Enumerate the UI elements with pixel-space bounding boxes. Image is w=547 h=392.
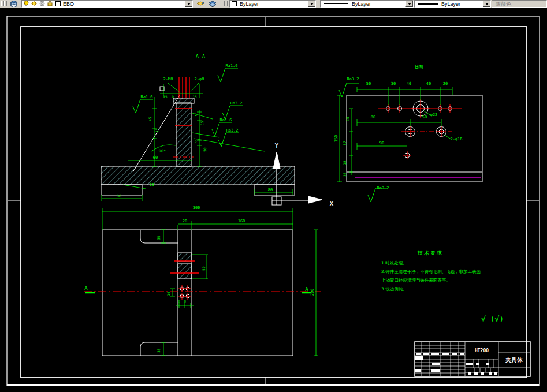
dimension-label: 35 bbox=[345, 117, 349, 121]
linetype-combo[interactable]: ByLayer bbox=[320, 0, 414, 8]
lineweight-value: ByLayer bbox=[441, 1, 460, 7]
dimension-label: 14 bbox=[166, 292, 170, 296]
left-foot bbox=[102, 185, 142, 195]
layer-previous-button[interactable] bbox=[207, 0, 218, 7]
roughness-label: Ra3.2 bbox=[226, 128, 238, 133]
make-object-layer-current-icon bbox=[197, 1, 204, 7]
column-strip bbox=[178, 230, 192, 356]
layer-combo-dropdown[interactable] bbox=[185, 1, 192, 7]
title-block: HT200 夹具体 bbox=[415, 342, 530, 376]
plot-style-combo: 随颜色 bbox=[492, 0, 547, 8]
dimension-lines bbox=[337, 87, 452, 182]
part-name-label: 夹具体 bbox=[505, 357, 523, 363]
hatched-feature bbox=[178, 253, 192, 262]
hole-callout: 2-φ8 bbox=[195, 77, 204, 81]
ucs-y-label: Y bbox=[274, 141, 279, 150]
lock-icon[interactable] bbox=[47, 1, 53, 8]
dimension-label: 20 bbox=[183, 219, 187, 223]
dimension-label: 2 bbox=[195, 140, 197, 144]
dimension-label: 15 bbox=[155, 128, 159, 133]
plot-state-icon[interactable] bbox=[39, 1, 45, 8]
dimension-label: 20 bbox=[443, 81, 448, 86]
ucs-origin-grid bbox=[272, 197, 281, 205]
top-toolbar: EBO ByLayer ByLayer ByLayer 随颜色 bbox=[0, 0, 547, 8]
front-section-view: A-A bbox=[101, 54, 295, 201]
dimension-label: 40 bbox=[407, 81, 411, 86]
section-view-label: A-A bbox=[196, 54, 206, 59]
right-foot bbox=[254, 185, 295, 195]
roughness-label: Ra1.6 bbox=[225, 64, 237, 68]
dimension-label: 8 bbox=[178, 299, 180, 303]
linetype-value: ByLayer bbox=[352, 1, 371, 7]
dimension-label: 40 bbox=[426, 81, 431, 86]
dimension-label: 60 bbox=[153, 155, 158, 160]
chevron-down-icon bbox=[408, 3, 411, 7]
dimension-label: 50 bbox=[203, 147, 207, 152]
dimension-label: 35 bbox=[157, 236, 161, 240]
hole-callout: φ22 bbox=[430, 113, 438, 117]
roughness-label: Ra3.2 bbox=[230, 101, 242, 106]
dimension-label: 60 bbox=[117, 194, 121, 199]
lineweight-combo-dropdown[interactable] bbox=[483, 1, 490, 7]
roughness-label: Ra3.2 bbox=[377, 186, 389, 191]
dimension-label: 35 bbox=[157, 348, 161, 353]
layer-properties-icon bbox=[10, 1, 18, 7]
layer-properties-button[interactable] bbox=[8, 0, 20, 7]
dimension-label: 50 bbox=[422, 115, 427, 120]
section-label: A bbox=[84, 285, 88, 291]
dimension-label: 9 bbox=[172, 95, 174, 99]
technical-requirements: 技术要求 1.时效处理。 2.铸件应清理干净，不得有毛刺、飞边，非加工表面 上浇… bbox=[381, 250, 481, 292]
material-label: HT200 bbox=[475, 348, 489, 353]
ucs-y-arrow bbox=[273, 152, 280, 169]
color-value: ByLayer bbox=[240, 1, 259, 7]
section-label: A bbox=[305, 286, 308, 292]
dimension-label: 15 bbox=[200, 121, 204, 125]
dimension-label: 2 bbox=[195, 113, 197, 117]
layer-name: EBO bbox=[63, 1, 74, 7]
linetype-combo-dropdown[interactable] bbox=[405, 1, 413, 7]
layer-color-swatch[interactable] bbox=[55, 1, 61, 6]
ucs-x-arrow bbox=[308, 196, 322, 203]
freeze-sun-icon[interactable] bbox=[31, 1, 37, 8]
tech-requirement-line: 2.铸件应清理干净，不得有毛刺、飞边，非加工表面 bbox=[381, 269, 481, 274]
roughness-label: Ra3.2 bbox=[347, 77, 359, 81]
roughness-label: Ra1.6 bbox=[140, 95, 152, 99]
lineweight-combo[interactable]: ByLayer bbox=[414, 0, 491, 8]
base-plate-section bbox=[101, 166, 295, 185]
toolbar-grip[interactable] bbox=[4, 1, 7, 6]
roughness-label: Ra1.6 bbox=[219, 118, 232, 122]
ucs-x-label: X bbox=[329, 199, 334, 208]
tech-requirement-line: 1.时效处理。 bbox=[381, 260, 407, 266]
color-combo[interactable]: ByLayer bbox=[229, 0, 316, 8]
dimension-label: 50 bbox=[202, 266, 206, 271]
dimension-label: 90° bbox=[159, 149, 166, 154]
drawing-canvas[interactable]: A-A Y X B向 bbox=[0, 8, 547, 392]
chevron-down-icon bbox=[485, 3, 489, 7]
hole-callout: 2-φ16 bbox=[450, 137, 462, 141]
dimension-label: 30 bbox=[391, 81, 396, 86]
dimension-label: 80 bbox=[268, 188, 273, 192]
plan-view bbox=[84, 208, 321, 356]
dimension-label: 300 bbox=[193, 206, 200, 210]
layer-combo[interactable]: EBO bbox=[21, 0, 193, 8]
make-object-layer-current-button[interactable] bbox=[195, 0, 206, 7]
holes bbox=[386, 101, 452, 158]
plate-outline bbox=[102, 230, 293, 356]
dimension-label: 90 bbox=[379, 141, 384, 145]
dimension-label: 45 bbox=[148, 117, 152, 121]
hole-crosshairs bbox=[178, 285, 191, 300]
inner-frame bbox=[21, 27, 527, 378]
linetype-sample-icon bbox=[324, 3, 348, 5]
dimension-label: 57 bbox=[343, 141, 347, 145]
plot-style-value: 随颜色 bbox=[496, 1, 511, 7]
hatched-feature bbox=[178, 264, 192, 279]
tech-requirement-line: 3.锐边倒钝。 bbox=[381, 286, 407, 292]
dimension-label: 18 bbox=[343, 160, 347, 165]
toolbar-grip[interactable] bbox=[225, 1, 228, 6]
hole-callout: 2-M8 bbox=[163, 77, 173, 81]
notch-outline bbox=[140, 230, 178, 356]
bulb-on-icon[interactable] bbox=[24, 1, 29, 8]
dimension-label: 50 bbox=[366, 81, 371, 86]
color-combo-dropdown[interactable] bbox=[308, 1, 315, 7]
dimension-label: 25 bbox=[150, 182, 154, 187]
